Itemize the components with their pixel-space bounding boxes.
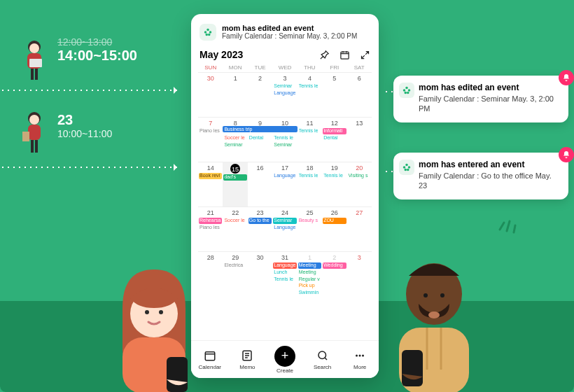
dow-thu: THU — [298, 64, 322, 71]
svg-rect-44 — [402, 350, 423, 386]
svg-point-19 — [408, 166, 411, 169]
event-chip[interactable]: Tennis le — [323, 173, 346, 179]
svg-rect-4 — [31, 69, 34, 80]
avatar-woman-laptop — [20, 39, 49, 81]
event-chip[interactable]: Tennis le — [298, 128, 321, 134]
header-tools — [319, 50, 370, 60]
month-label[interactable]: May 2023 — [200, 49, 243, 60]
dow-sat: SAT — [347, 64, 372, 71]
flower-icon — [399, 83, 414, 98]
avatar-woman-bag — [20, 111, 49, 154]
event-chip[interactable]: Wedding — [323, 262, 346, 269]
notification-title: mom has entered an event — [419, 160, 560, 169]
svg-point-30 — [318, 351, 326, 359]
event-chip[interactable]: Rehearsa — [199, 218, 222, 224]
time-edit-block: 12:00~13:00 14:00~15:00 — [57, 36, 137, 64]
bottom-nav: Calendar Memo + Create Search More — [191, 340, 379, 378]
svg-point-25 — [206, 34, 209, 36]
person-woman-phone — [84, 259, 217, 392]
event-chip[interactable]: Tennis le — [273, 276, 296, 283]
svg-point-17 — [405, 164, 408, 167]
event-chip[interactable]: Tennis le — [273, 135, 296, 141]
pin-icon[interactable] — [319, 50, 330, 60]
event-chip[interactable]: Dental — [323, 135, 346, 141]
svg-point-26 — [208, 34, 211, 36]
spark-icon — [497, 217, 518, 238]
new-day-time: 10:00~11:00 — [57, 128, 112, 139]
person-man-phone — [364, 245, 504, 392]
in-app-toast[interactable]: mom has edited an event Family Calendar … — [198, 21, 372, 48]
nav-label: Memo — [239, 364, 255, 370]
expand-icon[interactable] — [360, 50, 370, 60]
svg-rect-38 — [167, 357, 188, 392]
notification-title: mom has edited an event — [419, 83, 560, 92]
event-chip[interactable]: Language — [273, 173, 296, 179]
old-time: 12:00~13:00 — [57, 36, 137, 48]
toast-body: Family Calendar : Seminar May. 3, 2:00 P… — [222, 32, 357, 41]
event-chip[interactable]: Tennis le — [298, 83, 321, 90]
dotted-arrow-1 — [0, 90, 179, 91]
svg-point-16 — [407, 92, 410, 94]
notification-card-1[interactable]: mom has edited an event Family Calendar … — [393, 76, 568, 122]
event-chip[interactable]: Book revi — [199, 173, 222, 179]
svg-point-41 — [440, 293, 444, 298]
event-chip[interactable]: Visiting s — [348, 173, 371, 179]
new-day: 23 — [57, 112, 112, 128]
nav-memo[interactable]: Memo — [229, 349, 267, 370]
toast-title: mom has edited an event — [222, 24, 357, 32]
notification-body: Family Calendar : Go to the office May. … — [419, 171, 560, 191]
svg-rect-5 — [35, 69, 38, 80]
svg-point-20 — [405, 169, 407, 172]
svg-rect-27 — [341, 52, 349, 59]
event-chip[interactable]: Piano les — [199, 128, 222, 134]
event-chip[interactable]: Meeting — [298, 262, 321, 269]
svg-point-32 — [359, 354, 361, 356]
event-chip[interactable]: Regular v — [298, 276, 321, 283]
notification-card-2[interactable]: mom has entered an event Family Calendar… — [393, 153, 568, 200]
calendar-view-icon[interactable] — [340, 50, 350, 60]
event-chip[interactable]: Piano les — [199, 225, 222, 231]
event-chip[interactable]: Lunch — [273, 270, 296, 276]
event-chip[interactable]: Swimmin — [298, 290, 321, 296]
event-chip[interactable]: Meeting — [298, 270, 321, 276]
event-chip[interactable]: Language — [273, 225, 296, 231]
event-chip[interactable]: Beauty s — [298, 218, 321, 224]
event-chip[interactable]: Soccer le — [223, 218, 246, 224]
event-span[interactable]: Business trip — [223, 126, 297, 132]
event-chip[interactable]: Pick up — [298, 283, 321, 289]
svg-point-31 — [356, 354, 358, 356]
svg-point-18 — [403, 166, 406, 169]
event-chip[interactable]: Seminar — [273, 83, 296, 90]
svg-point-15 — [405, 92, 407, 94]
nav-search[interactable]: Search — [304, 349, 342, 370]
svg-rect-8 — [28, 125, 41, 140]
event-chip[interactable]: ZOU — [323, 218, 346, 224]
svg-point-21 — [407, 169, 410, 172]
svg-point-22 — [206, 29, 209, 31]
event-chip[interactable]: Language — [273, 262, 296, 269]
event-chip[interactable]: Soccer le — [223, 135, 246, 141]
bell-badge-icon — [559, 70, 574, 85]
plus-icon: + — [274, 346, 295, 367]
svg-point-7 — [29, 115, 39, 125]
event-chip[interactable]: Seminar — [223, 142, 246, 148]
event-chip[interactable]: Dental — [248, 135, 272, 141]
nav-create[interactable]: + Create — [266, 346, 304, 374]
event-chip[interactable]: Seminar — [273, 142, 296, 148]
nav-label: Search — [314, 364, 331, 370]
event-chip[interactable]: Tennis le — [298, 173, 321, 179]
event-chip[interactable]: Language — [273, 90, 296, 97]
event-chip[interactable]: Go to the — [248, 218, 272, 224]
calendar-grid[interactable]: 30 1 2 3 Seminar Language 4 Tennis le 5 … — [198, 72, 372, 378]
new-time: 14:00~15:00 — [57, 48, 137, 64]
dotted-arrow-2 — [0, 167, 179, 168]
flower-icon — [399, 160, 414, 175]
event-chip[interactable]: dad's — [223, 174, 246, 181]
event-chip[interactable]: Seminar — [273, 218, 296, 224]
svg-point-40 — [424, 293, 428, 298]
svg-rect-11 — [35, 140, 38, 153]
svg-point-23 — [204, 31, 207, 34]
event-chip[interactable]: Electrica — [223, 262, 246, 269]
bell-badge-icon — [559, 147, 574, 162]
event-chip[interactable]: Informati — [323, 128, 346, 134]
